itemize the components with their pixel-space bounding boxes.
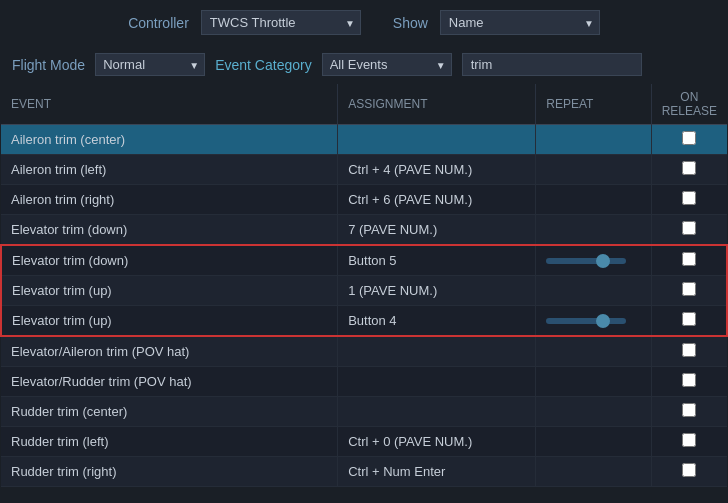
table-row[interactable]: Rudder trim (left)Ctrl + 0 (PAVE NUM.) xyxy=(1,427,727,457)
cell-repeat xyxy=(536,487,651,488)
col-header-repeat: REPEAT xyxy=(536,84,651,125)
cell-repeat xyxy=(536,185,651,215)
on-release-checkbox[interactable] xyxy=(682,433,696,447)
cell-on-release[interactable] xyxy=(651,367,727,397)
cell-assignment: Button 5 xyxy=(338,245,536,276)
cell-on-release[interactable] xyxy=(651,306,727,337)
cell-repeat xyxy=(536,276,651,306)
table-row[interactable]: Aileron trim (left)Ctrl + 4 (PAVE NUM.) xyxy=(1,155,727,185)
table-row[interactable]: Elevator trim (down)Button 5 xyxy=(1,245,727,276)
table-row[interactable]: Aileron trim (center) xyxy=(1,125,727,155)
cell-on-release[interactable] xyxy=(651,336,727,367)
event-category-select[interactable]: All Events Flight Navigation Systems xyxy=(322,53,452,76)
cell-repeat[interactable] xyxy=(536,245,651,276)
cell-event: Elevator/Aileron trim (POV hat) xyxy=(1,336,338,367)
col-header-event: EVENT xyxy=(1,84,338,125)
cell-on-release[interactable] xyxy=(651,215,727,246)
cell-event: Elevator trim (down) xyxy=(1,215,338,246)
cell-repeat xyxy=(536,215,651,246)
on-release-checkbox[interactable] xyxy=(682,403,696,417)
show-select[interactable]: Name Label ID xyxy=(440,10,600,35)
cell-assignment xyxy=(338,336,536,367)
cell-event: Elevator/Rudder trim (POV hat) xyxy=(1,367,338,397)
cell-event: Elevator trim (up) xyxy=(1,276,338,306)
filter-bar: Flight Mode Normal Combat Landing Event … xyxy=(0,45,728,84)
repeat-slider[interactable] xyxy=(546,258,626,264)
table-row[interactable]: Elevator trim (up)Button 4 xyxy=(1,306,727,337)
on-release-checkbox[interactable] xyxy=(682,463,696,477)
cell-event: Rudder Trim Aid xyxy=(1,487,338,488)
cell-repeat xyxy=(536,427,651,457)
table-row[interactable]: Rudder trim (center) xyxy=(1,397,727,427)
controller-select[interactable]: TWCS Throttle Joystick Keyboard xyxy=(201,10,361,35)
on-release-checkbox[interactable] xyxy=(682,131,696,145)
table-row[interactable]: Rudder trim (right)Ctrl + Num Enter xyxy=(1,457,727,487)
cell-assignment: Ctrl + 4 (PAVE NUM.) xyxy=(338,155,536,185)
cell-repeat xyxy=(536,367,651,397)
cell-on-release[interactable] xyxy=(651,245,727,276)
on-release-checkbox[interactable] xyxy=(682,282,696,296)
cell-repeat xyxy=(536,336,651,367)
on-release-checkbox[interactable] xyxy=(682,221,696,235)
top-bar: Controller TWCS Throttle Joystick Keyboa… xyxy=(0,0,728,45)
flight-mode-label: Flight Mode xyxy=(12,57,85,73)
table-row[interactable]: Elevator trim (up)1 (PAVE NUM.) xyxy=(1,276,727,306)
cell-event: Aileron trim (center) xyxy=(1,125,338,155)
table-header-row: EVENT ASSIGNMENT REPEAT ON RELEASE xyxy=(1,84,727,125)
on-release-checkbox[interactable] xyxy=(682,252,696,266)
table-row[interactable]: Elevator trim (down)7 (PAVE NUM.) xyxy=(1,215,727,246)
cell-repeat xyxy=(536,155,651,185)
col-header-assignment: ASSIGNMENT xyxy=(338,84,536,125)
table-container: EVENT ASSIGNMENT REPEAT ON RELEASE Ailer… xyxy=(0,84,728,487)
cell-on-release[interactable] xyxy=(651,125,727,155)
table-row[interactable]: Aileron trim (right)Ctrl + 6 (PAVE NUM.) xyxy=(1,185,727,215)
cell-on-release[interactable] xyxy=(651,185,727,215)
cell-repeat xyxy=(536,397,651,427)
cell-event: Elevator trim (down) xyxy=(1,245,338,276)
controller-label: Controller xyxy=(128,15,189,31)
cell-assignment xyxy=(338,397,536,427)
cell-event: Elevator trim (up) xyxy=(1,306,338,337)
cell-event: Aileron trim (right) xyxy=(1,185,338,215)
repeat-slider[interactable] xyxy=(546,318,626,324)
cell-event: Rudder trim (center) xyxy=(1,397,338,427)
cell-on-release[interactable] xyxy=(651,427,727,457)
events-table: EVENT ASSIGNMENT REPEAT ON RELEASE Ailer… xyxy=(0,84,728,487)
event-category-label: Event Category xyxy=(215,57,312,73)
cell-repeat[interactable] xyxy=(536,306,651,337)
cell-on-release[interactable] xyxy=(651,276,727,306)
cell-on-release[interactable] xyxy=(651,457,727,487)
cell-assignment xyxy=(338,125,536,155)
cell-assignment: 7 (PAVE NUM.) xyxy=(338,215,536,246)
on-release-checkbox[interactable] xyxy=(682,343,696,357)
cell-assignment: Ctrl + Num Enter xyxy=(338,457,536,487)
cell-on-release[interactable] xyxy=(651,487,727,488)
on-release-checkbox[interactable] xyxy=(682,191,696,205)
col-header-onrelease: ON RELEASE xyxy=(651,84,727,125)
cell-repeat xyxy=(536,457,651,487)
cell-assignment xyxy=(338,367,536,397)
cell-repeat xyxy=(536,125,651,155)
table-row[interactable]: Elevator/Rudder trim (POV hat) xyxy=(1,367,727,397)
table-row[interactable]: Elevator/Aileron trim (POV hat) xyxy=(1,336,727,367)
cell-event: Aileron trim (left) xyxy=(1,155,338,185)
cell-assignment xyxy=(338,487,536,488)
search-input[interactable] xyxy=(462,53,642,76)
cell-event: Rudder trim (left) xyxy=(1,427,338,457)
table-row[interactable]: Rudder Trim Aid xyxy=(1,487,727,488)
cell-assignment: Ctrl + 6 (PAVE NUM.) xyxy=(338,185,536,215)
cell-assignment: Button 4 xyxy=(338,306,536,337)
cell-event: Rudder trim (right) xyxy=(1,457,338,487)
on-release-checkbox[interactable] xyxy=(682,312,696,326)
on-release-checkbox[interactable] xyxy=(682,373,696,387)
cell-on-release[interactable] xyxy=(651,155,727,185)
cell-on-release[interactable] xyxy=(651,397,727,427)
cell-assignment: 1 (PAVE NUM.) xyxy=(338,276,536,306)
show-label: Show xyxy=(393,15,428,31)
flight-mode-select[interactable]: Normal Combat Landing xyxy=(95,53,205,76)
on-release-checkbox[interactable] xyxy=(682,161,696,175)
cell-assignment: Ctrl + 0 (PAVE NUM.) xyxy=(338,427,536,457)
